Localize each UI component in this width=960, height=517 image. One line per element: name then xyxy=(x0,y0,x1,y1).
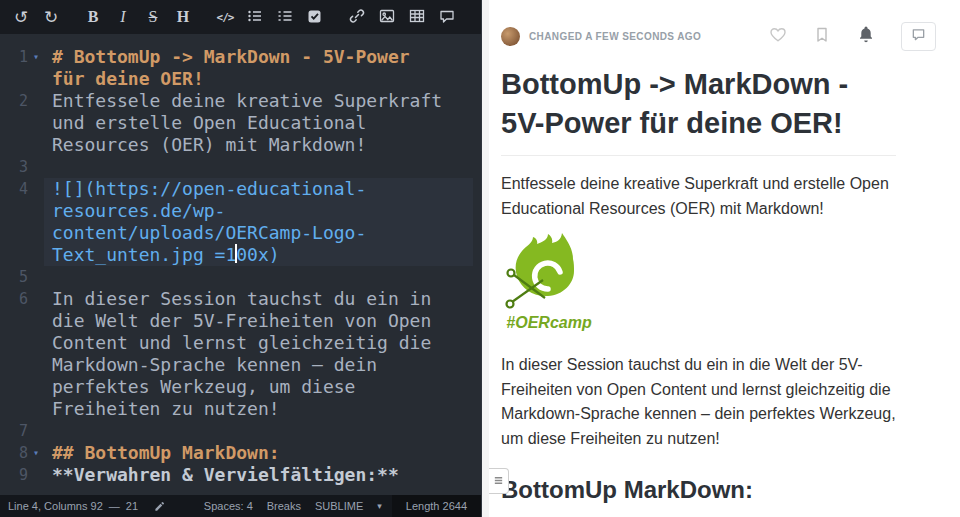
preview-heading1: BottomUp -> MarkDown - 5V-Power für dein… xyxy=(501,65,896,156)
like-button[interactable] xyxy=(769,26,787,48)
code-text[interactable]: # BottomUp -> MarkDown - 5V-Power für de… xyxy=(44,46,473,90)
code-button[interactable]: </> xyxy=(216,8,234,26)
preview-heading2: BottomUp MarkDown: xyxy=(501,475,896,505)
fold-chevron-icon[interactable]: ▾ xyxy=(28,442,44,464)
line-number: 4 xyxy=(0,178,28,266)
code-text[interactable] xyxy=(44,156,473,178)
check-square-icon xyxy=(307,8,323,27)
preview-pane: CHANGED A FEW SECONDS AGO BottomUp -> Ma… xyxy=(489,0,960,517)
toc-toggle-button[interactable] xyxy=(489,468,509,494)
bookmark-button[interactable] xyxy=(813,26,831,48)
line-number: 2 xyxy=(0,90,28,156)
undo-button[interactable]: ↺ xyxy=(12,8,30,26)
document-length: Length 2644 xyxy=(392,495,481,517)
list-ul-icon xyxy=(247,8,263,27)
bell-icon xyxy=(857,26,875,48)
editor-line[interactable]: 2 Entfessele deine kreative Superkraft u… xyxy=(0,90,481,156)
preview-paragraph: Entfessele deine kreative Superkraft und… xyxy=(501,172,896,221)
heading-button[interactable]: H xyxy=(174,8,192,26)
line-gutter: 2 xyxy=(0,90,44,156)
avatar[interactable] xyxy=(501,27,520,46)
oercamp-logo: #OERcamp xyxy=(501,229,896,337)
line-gutter: 7 xyxy=(0,420,44,442)
selection-count: 21 xyxy=(126,500,138,512)
code-text[interactable]: In dieser Session tauchst du ein in die … xyxy=(44,288,473,420)
code-editor[interactable]: 1▾ # BottomUp -> MarkDown - 5V-Power für… xyxy=(0,34,481,495)
editor-line[interactable]: 3 xyxy=(0,156,481,178)
hackmd-split-view: ↺ ↻ B I S H </> 1▾ # BottomUp -> MarkDow… xyxy=(0,0,960,517)
cursor-position: Line 4, Columns 92 xyxy=(8,500,103,512)
line-gutter: 4 xyxy=(0,178,44,266)
insert-table-button[interactable] xyxy=(408,8,426,26)
editor-line[interactable]: 6 In dieser Session tauchst du ein in di… xyxy=(0,288,481,420)
line-number: 3 xyxy=(0,156,28,178)
editor-toolbar: ↺ ↻ B I S H </> xyxy=(0,0,481,34)
keymap-setting[interactable]: SUBLIME xyxy=(315,500,363,512)
notifications-button[interactable] xyxy=(857,26,875,48)
editor-line[interactable]: 5 xyxy=(0,266,481,288)
code-text[interactable] xyxy=(44,420,473,442)
statusbar-separator: — xyxy=(109,500,120,512)
task-list-button[interactable] xyxy=(306,8,324,26)
editor-pane: ↺ ↻ B I S H </> 1▾ # BottomUp -> MarkDow… xyxy=(0,0,481,517)
code-text[interactable] xyxy=(44,266,473,288)
line-gutter: 1▾ xyxy=(0,46,44,90)
last-changed-label[interactable]: CHANGED A FEW SECONDS AGO xyxy=(529,31,701,42)
code-text[interactable]: **Verwahren & Vervielfältigen:** xyxy=(44,464,473,486)
ordered-list-button[interactable] xyxy=(276,8,294,26)
preview-header: CHANGED A FEW SECONDS AGO xyxy=(489,0,960,51)
comment-bubble-icon xyxy=(911,27,926,46)
pane-divider[interactable] xyxy=(481,0,489,517)
code-text-after-cursor: 00x) xyxy=(236,244,279,265)
line-gutter: 9 xyxy=(0,464,44,486)
open-comments-button[interactable] xyxy=(901,22,936,51)
hamburger-icon xyxy=(493,472,504,490)
italic-button[interactable]: I xyxy=(114,8,132,26)
strikethrough-button[interactable]: S xyxy=(144,8,162,26)
code-text[interactable]: ## BottomUp MarkDown: xyxy=(44,442,473,464)
speech-bubble-icon xyxy=(439,8,455,27)
editor-line[interactable]: 9 **Verwahren & Vervielfältigen:** xyxy=(0,464,481,486)
line-number: 8 xyxy=(0,442,28,464)
link-icon xyxy=(349,8,365,27)
table-icon xyxy=(409,8,425,27)
code-text[interactable]: ![](https://open-educational-resources.d… xyxy=(44,178,473,266)
editor-line-active[interactable]: 4 ![](https://open-educational-resources… xyxy=(0,178,481,266)
preview-paragraph: In dieser Session tauchst du ein in die … xyxy=(501,353,896,451)
editor-statusbar: Line 4, Columns 92 — 21 Spaces: 4 Breaks… xyxy=(0,495,481,517)
line-number: 6 xyxy=(0,288,28,420)
pencil-icon[interactable] xyxy=(154,501,165,512)
insert-link-button[interactable] xyxy=(348,8,366,26)
comment-button[interactable] xyxy=(438,8,456,26)
list-ol-icon xyxy=(277,8,293,27)
insert-image-button[interactable] xyxy=(378,8,396,26)
fold-chevron-icon[interactable]: ▾ xyxy=(28,46,44,90)
editor-line[interactable]: 7 xyxy=(0,420,481,442)
line-gutter: 3 xyxy=(0,156,44,178)
unordered-list-button[interactable] xyxy=(246,8,264,26)
line-number: 7 xyxy=(0,420,28,442)
redo-button[interactable]: ↻ xyxy=(42,8,60,26)
bold-button[interactable]: B xyxy=(84,8,102,26)
image-icon xyxy=(379,8,395,27)
heart-icon xyxy=(769,26,787,48)
line-number: 5 xyxy=(0,266,28,288)
editor-line[interactable]: 8▾ ## BottomUp MarkDown: xyxy=(0,442,481,464)
rendered-markdown: BottomUp -> MarkDown - 5V-Power für dein… xyxy=(489,51,960,505)
linebreaks-setting[interactable]: Breaks xyxy=(267,500,301,512)
bookmark-icon xyxy=(813,26,831,48)
line-number: 9 xyxy=(0,464,28,486)
code-text-before-cursor: ![](https://open-educational-resources.d… xyxy=(52,178,366,265)
line-gutter: 8▾ xyxy=(0,442,44,464)
line-gutter: 6 xyxy=(0,288,44,420)
logo-caption: #OERcamp xyxy=(506,314,592,331)
line-number: 1 xyxy=(0,46,28,90)
oercamp-logo-image: #OERcamp xyxy=(501,229,597,333)
spaces-setting[interactable]: Spaces: 4 xyxy=(204,500,253,512)
editor-line[interactable]: 1▾ # BottomUp -> MarkDown - 5V-Power für… xyxy=(0,46,481,90)
code-text[interactable]: Entfessele deine kreative Superkraft und… xyxy=(44,90,473,156)
caret-down-icon[interactable]: ▾ xyxy=(377,501,382,511)
line-gutter: 5 xyxy=(0,266,44,288)
